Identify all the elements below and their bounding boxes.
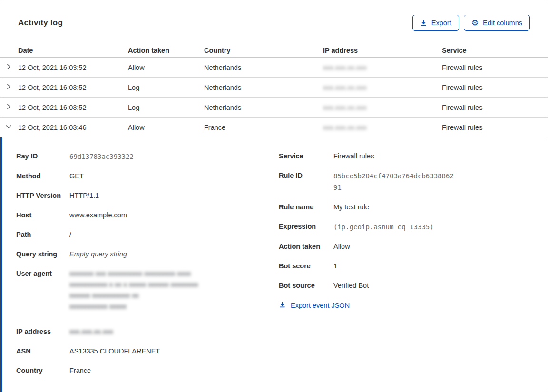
bot-source-label: Bot source: [279, 280, 333, 291]
cell-action-taken: Log: [128, 104, 204, 111]
cell-country: Netherlands: [204, 104, 323, 111]
cell-ip-address-redacted: xxx.xxx.xx.xxx: [323, 64, 442, 71]
ray-id-label: Ray ID: [16, 151, 69, 162]
ip-address-value-redacted: xxx.xxx.xx.xxx: [69, 326, 113, 337]
chevron-right-icon[interactable]: [5, 103, 12, 112]
table-row[interactable]: 12 Oct, 2021 16:03:52 Log Netherlands xx…: [0, 98, 548, 118]
detail-column-right: Service Firewall rules Rule ID 85bce5b20…: [274, 151, 548, 392]
cell-date: 12 Oct, 2021 16:03:52: [18, 84, 128, 91]
path-label: Path: [16, 229, 69, 240]
cell-ip-address-redacted: xxx.xxx.xx.xxx: [323, 104, 442, 111]
user-agent-line: xxxxxxxxxxx x xx x xxxxx xxxxxx xxxxxxxx: [69, 279, 198, 290]
user-agent-line: xxxxxxx xxx xxxxxxxxxx xxxxxxxxx xxxx: [69, 268, 198, 279]
host-value: www.example.com: [69, 210, 127, 221]
method-label: Method: [16, 171, 69, 182]
path-value: /: [69, 229, 71, 240]
rule-id-label: Rule ID: [279, 170, 333, 193]
action-taken-value: Allow: [333, 241, 350, 252]
column-header-service: Service: [442, 47, 548, 54]
chevron-down-icon[interactable]: [5, 123, 12, 132]
asn-label: ASN: [16, 346, 69, 357]
table-row-expanded[interactable]: 12 Oct, 2021 16:03:46 Allow France xxx.x…: [0, 118, 548, 137]
activity-log-panel: Activity log Export ⚙ Edit columns Date …: [0, 0, 548, 392]
country-value: France: [69, 365, 91, 376]
column-header-country: Country: [204, 47, 323, 54]
host-label: Host: [16, 210, 69, 221]
row-expander[interactable]: [0, 83, 18, 92]
table-row[interactable]: 12 Oct, 2021 16:03:52 Allow Netherlands …: [0, 58, 548, 78]
cell-date: 12 Oct, 2021 16:03:46: [18, 124, 128, 131]
download-icon: [279, 301, 286, 310]
user-agent-line: xxxxxx xxxxxxxxxxx xx: [69, 290, 198, 301]
row-expander[interactable]: [0, 63, 18, 72]
toolbar: Export ⚙ Edit columns: [412, 15, 530, 31]
query-string-value: Empty query string: [69, 249, 127, 260]
cell-service: Firewall rules: [442, 64, 548, 71]
export-event-json-label: Export event JSON: [291, 302, 350, 309]
service-value: Firewall rules: [333, 151, 374, 162]
cell-service: Firewall rules: [442, 84, 548, 91]
export-button-label: Export: [431, 19, 451, 27]
table-row[interactable]: 12 Oct, 2021 16:03:52 Log Netherlands xx…: [0, 78, 548, 98]
download-icon: [420, 20, 427, 27]
export-button[interactable]: Export: [412, 15, 459, 31]
chevron-right-icon[interactable]: [5, 63, 12, 72]
action-taken-label: Action taken: [279, 241, 333, 252]
column-header-ip-address: IP address: [323, 47, 442, 54]
rule-name-value: My test rule: [333, 202, 369, 213]
http-version-value: HTTP/1.1: [69, 190, 99, 201]
http-version-label: HTTP Version: [16, 190, 69, 201]
expression-label: Expression: [279, 221, 333, 233]
detail-column-left: Ray ID 69d13783ac393322 Method GET HTTP …: [0, 151, 274, 392]
panel-header: Activity log Export ⚙ Edit columns: [0, 0, 548, 31]
country-label: Country: [16, 365, 69, 376]
rule-id-value: 85bce5b204cf4703a764dcb633886291: [333, 170, 455, 193]
cell-action-taken: Log: [128, 84, 204, 91]
column-header-action-taken: Action taken: [128, 47, 204, 54]
cell-action-taken: Allow: [128, 124, 204, 131]
bot-source-value: Verified Bot: [333, 280, 369, 291]
edit-columns-button-label: Edit columns: [483, 19, 522, 27]
cell-action-taken: Allow: [128, 64, 204, 71]
ray-id-value: 69d13783ac393322: [69, 151, 134, 162]
expression-value: (ip.geoip.asnum eq 13335): [333, 221, 434, 233]
bot-score-label: Bot score: [279, 261, 333, 272]
cell-date: 12 Oct, 2021 16:03:52: [18, 64, 128, 71]
cell-service: Firewall rules: [442, 124, 548, 131]
asn-value: AS13335 CLOUDFLARENET: [69, 346, 160, 357]
cell-date: 12 Oct, 2021 16:03:52: [18, 104, 128, 111]
chevron-right-icon[interactable]: [5, 83, 12, 92]
table-header-row: Date Action taken Country IP address Ser…: [0, 43, 548, 58]
user-agent-value-redacted: xxxxxxx xxx xxxxxxxxxx xxxxxxxxx xxxx xx…: [69, 268, 198, 312]
user-agent-label: User agent: [16, 268, 69, 312]
row-expander[interactable]: [0, 103, 18, 112]
export-event-json-link[interactable]: Export event JSON: [279, 301, 350, 310]
rule-name-label: Rule name: [279, 202, 333, 213]
ip-address-label: IP address: [16, 326, 69, 337]
bot-score-value: 1: [333, 261, 337, 272]
method-value: GET: [69, 171, 84, 182]
cell-ip-address-redacted: xxx.xxx.xx.xxx: [323, 124, 442, 131]
expanded-event-detail: Ray ID 69d13783ac393322 Method GET HTTP …: [0, 137, 548, 392]
user-agent-line: xxxxxxxxxxx xxxxx: [69, 301, 198, 312]
cell-country: Netherlands: [204, 64, 323, 71]
edit-columns-button[interactable]: ⚙ Edit columns: [464, 15, 530, 31]
column-header-date: Date: [18, 47, 128, 54]
expanded-row-accent-bar: [0, 137, 2, 392]
page-title: Activity log: [18, 18, 63, 28]
service-label: Service: [279, 151, 333, 162]
row-expander[interactable]: [0, 123, 18, 132]
query-string-label: Query string: [16, 249, 69, 260]
cell-service: Firewall rules: [442, 104, 548, 111]
cell-country: France: [204, 124, 323, 131]
cell-ip-address-redacted: xxx.xxx.xx.xxx: [323, 84, 442, 91]
activity-log-table: Date Action taken Country IP address Ser…: [0, 43, 548, 137]
gear-icon: ⚙: [471, 19, 479, 27]
cell-country: Netherlands: [204, 84, 323, 91]
